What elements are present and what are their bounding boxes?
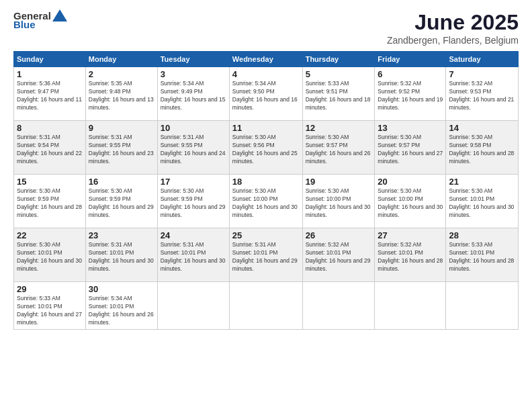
logo: General Blue: [13, 10, 67, 30]
day-21: 21 Sunrise: 5:30 AMSunset: 10:01 PMDayli…: [446, 175, 519, 228]
day-25: 25 Sunrise: 5:31 AMSunset: 10:01 PMDayli…: [229, 228, 302, 282]
day-26: 26 Sunrise: 5:32 AMSunset: 10:01 PMDayli…: [302, 228, 375, 282]
day-17: 17 Sunrise: 5:30 AMSunset: 9:59 PMDaylig…: [157, 175, 229, 228]
header: General Blue June 2025 Zandbergen, Fland…: [13, 10, 519, 46]
day-7: 7 Sunrise: 5:32 AMSunset: 9:53 PMDayligh…: [446, 67, 519, 121]
day-15: 15 Sunrise: 5:30 AMSunset: 9:59 PMDaylig…: [14, 175, 86, 228]
day-3: 3 Sunrise: 5:34 AMSunset: 9:49 PMDayligh…: [157, 67, 229, 121]
day-16: 16 Sunrise: 5:30 AMSunset: 9:59 PMDaylig…: [85, 175, 157, 228]
col-friday: Friday: [375, 52, 446, 67]
day-13: 13 Sunrise: 5:30 AMSunset: 9:57 PMDaylig…: [375, 121, 446, 175]
table-row: 8 Sunrise: 5:31 AMSunset: 9:54 PMDayligh…: [14, 121, 519, 175]
day-18: 18 Sunrise: 5:30 AMSunset: 10:00 PMDayli…: [229, 175, 302, 228]
day-22: 22 Sunrise: 5:30 AMSunset: 10:01 PMDayli…: [14, 228, 86, 282]
col-sunday: Sunday: [14, 52, 86, 67]
day-27: 27 Sunrise: 5:32 AMSunset: 10:01 PMDayli…: [375, 228, 446, 282]
location-title: Zandbergen, Flanders, Belgium: [387, 35, 519, 46]
empty-cell: [446, 282, 519, 330]
day-29: 29 Sunrise: 5:33 AMSunset: 10:01 PMDayli…: [14, 282, 86, 330]
col-saturday: Saturday: [446, 52, 519, 67]
calendar-table: Sunday Monday Tuesday Wednesday Thursday…: [13, 51, 519, 330]
col-thursday: Thursday: [302, 52, 375, 67]
col-tuesday: Tuesday: [157, 52, 229, 67]
day-4: 4 Sunrise: 5:34 AMSunset: 9:50 PMDayligh…: [229, 67, 302, 121]
day-1: 1 Sunrise: 5:36 AMSunset: 9:47 PMDayligh…: [14, 67, 86, 121]
day-24: 24 Sunrise: 5:31 AMSunset: 10:01 PMDayli…: [157, 228, 229, 282]
table-row: 1 Sunrise: 5:36 AMSunset: 9:47 PMDayligh…: [14, 67, 519, 121]
day-2: 2 Sunrise: 5:35 AMSunset: 9:48 PMDayligh…: [85, 67, 157, 121]
day-20: 20 Sunrise: 5:30 AMSunset: 10:00 PMDayli…: [375, 175, 446, 228]
col-wednesday: Wednesday: [229, 52, 302, 67]
day-6: 6 Sunrise: 5:32 AMSunset: 9:52 PMDayligh…: [375, 67, 446, 121]
empty-cell: [302, 282, 375, 330]
day-23: 23 Sunrise: 5:31 AMSunset: 10:01 PMDayli…: [85, 228, 157, 282]
logo-blue-text: Blue: [13, 19, 36, 30]
title-area: June 2025 Zandbergen, Flanders, Belgium: [387, 10, 519, 46]
day-10: 10 Sunrise: 5:31 AMSunset: 9:55 PMDaylig…: [157, 121, 229, 175]
table-row: 22 Sunrise: 5:30 AMSunset: 10:01 PMDayli…: [14, 228, 519, 282]
header-row: Sunday Monday Tuesday Wednesday Thursday…: [14, 52, 519, 67]
day-11: 11 Sunrise: 5:30 AMSunset: 9:56 PMDaylig…: [229, 121, 302, 175]
table-row: 29 Sunrise: 5:33 AMSunset: 10:01 PMDayli…: [14, 282, 519, 330]
day-28: 28 Sunrise: 5:33 AMSunset: 10:01 PMDayli…: [446, 228, 519, 282]
calendar-page: General Blue June 2025 Zandbergen, Fland…: [0, 0, 532, 411]
day-5: 5 Sunrise: 5:33 AMSunset: 9:51 PMDayligh…: [302, 67, 375, 121]
empty-cell: [375, 282, 446, 330]
day-12: 12 Sunrise: 5:30 AMSunset: 9:57 PMDaylig…: [302, 121, 375, 175]
day-19: 19 Sunrise: 5:30 AMSunset: 10:00 PMDayli…: [302, 175, 375, 228]
day-9: 9 Sunrise: 5:31 AMSunset: 9:55 PMDayligh…: [85, 121, 157, 175]
table-row: 15 Sunrise: 5:30 AMSunset: 9:59 PMDaylig…: [14, 175, 519, 228]
logo-icon: [52, 9, 67, 21]
day-8: 8 Sunrise: 5:31 AMSunset: 9:54 PMDayligh…: [14, 121, 86, 175]
month-title: June 2025: [387, 10, 519, 35]
day-14: 14 Sunrise: 5:30 AMSunset: 9:58 PMDaylig…: [446, 121, 519, 175]
svg-marker-0: [52, 9, 67, 21]
empty-cell: [229, 282, 302, 330]
empty-cell: [157, 282, 229, 330]
col-monday: Monday: [85, 52, 157, 67]
day-30: 30 Sunrise: 5:34 AMSunset: 10:01 PMDayli…: [85, 282, 157, 330]
